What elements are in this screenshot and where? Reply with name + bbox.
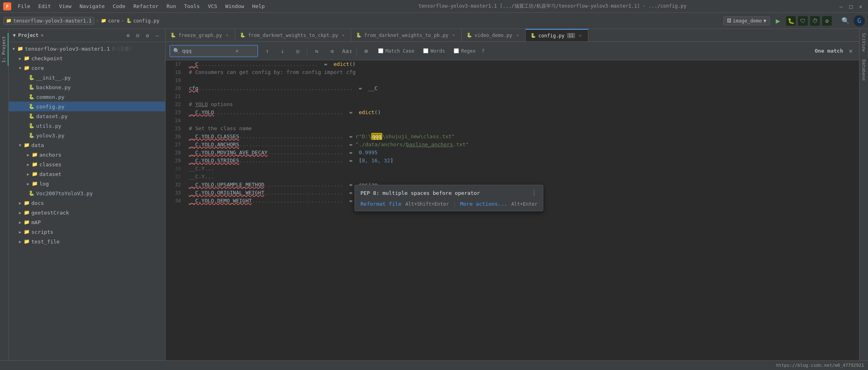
line-num-17: 17 <box>166 60 186 68</box>
search-everywhere-btn[interactable]: 🔍 <box>840 15 851 27</box>
tree-item-common[interactable]: 🐍 common.py <box>9 92 165 102</box>
tree-item-anchors[interactable]: ▶ 📁 anchors <box>9 150 165 159</box>
file-breadcrumb[interactable]: 🐍 config.py <box>126 18 160 24</box>
run-config-dropdown-icon: ▼ <box>764 18 766 24</box>
tree-root[interactable]: ▼ 📁 tensorflow-yolov3-master1.1 D:\王嘉/ <box>9 44 165 53</box>
maximize-btn[interactable]: □ <box>847 3 855 10</box>
tree-item-testfile[interactable]: ▶ 📁 test_file <box>9 237 165 246</box>
tree-item-log[interactable]: ▶ 📁 log <box>9 179 165 188</box>
debug-button[interactable]: 🐛 <box>786 16 796 26</box>
run-button[interactable]: ▶ <box>772 15 784 27</box>
map-label: mAP <box>31 219 41 225</box>
close-btn[interactable]: ✕ <box>857 3 865 10</box>
menu-tools[interactable]: Tools <box>181 2 203 10</box>
tab-close-freeze[interactable]: ✕ <box>224 33 230 38</box>
code-editor[interactable]: 17 __C..................................… <box>166 60 859 360</box>
tree-item-data[interactable]: ▼ 📁 data <box>9 140 165 150</box>
line-num-32: 32 <box>166 181 186 189</box>
tree-item-dataset[interactable]: 🐍 dataset.py <box>9 111 165 121</box>
tree-item-classes[interactable]: ▶ 📁 classes <box>9 159 165 169</box>
search-preserve-btn[interactable]: Aa↕ <box>341 45 353 57</box>
tab-close-video[interactable]: ✕ <box>515 33 520 38</box>
menu-run[interactable]: Run <box>164 2 179 10</box>
tree-item-docs[interactable]: ▶ 📁 docs <box>9 198 165 208</box>
tree-item-checkpoint[interactable]: ▶ 📁 checkpoint <box>9 53 165 63</box>
search-close-btn[interactable]: ✕ <box>846 47 855 55</box>
tab-config[interactable]: 🐍 config.py 11 ✕ <box>526 29 588 41</box>
menu-refactor[interactable]: Refactor <box>130 2 162 10</box>
tree-item-config[interactable]: 🐍 config.py <box>9 102 165 111</box>
project-panel-tab[interactable]: 1: Project <box>0 33 8 66</box>
tree-item-yolov3[interactable]: 🐍 yolov3.py <box>9 131 165 140</box>
coverage-button[interactable]: 🛡 <box>798 16 808 26</box>
tab-freeze-graph[interactable]: 🐍 freeze_graph.py ✕ <box>166 29 235 41</box>
panel-title-dropdown[interactable]: ▼ <box>41 33 44 38</box>
tree-item-init[interactable]: 🐍 __init__.py <box>9 73 165 82</box>
line-content-27: __C.YOLO.ANCHORS........................… <box>186 141 859 149</box>
search-replace-btn[interactable]: ⇆ <box>311 45 323 57</box>
menu-window[interactable]: Window <box>222 2 248 10</box>
checkpoint-folder-icon: 📁 <box>23 55 30 61</box>
tab-close-pb[interactable]: ✕ <box>451 33 457 38</box>
search-word-icon-btn[interactable]: ◎ <box>292 45 304 57</box>
menu-code[interactable]: Code <box>110 2 129 10</box>
popup-menu-btn[interactable]: ⋮ <box>531 189 537 197</box>
reformat-file-btn[interactable]: Reformat file <box>360 201 401 207</box>
menu-view[interactable]: View <box>56 2 75 10</box>
search-replace-all-btn[interactable]: ⇉ <box>326 45 338 57</box>
run-config-selector[interactable]: 🖼 image_demo ▼ <box>723 16 770 25</box>
menu-help[interactable]: Help <box>249 2 268 10</box>
tree-item-scripts[interactable]: ▶ 📁 scripts <box>9 227 165 237</box>
menu-vcs[interactable]: VCS <box>205 2 220 10</box>
search-filter-btn[interactable]: ⊞ <box>360 45 372 57</box>
locate-file-btn[interactable]: ⊕ <box>124 31 132 39</box>
right-tab-sciview[interactable]: SciView <box>860 29 868 55</box>
tab-close-config[interactable]: ✕ <box>577 33 583 39</box>
regex-option[interactable]: Regex <box>451 47 478 55</box>
settings-btn[interactable]: ⚙ <box>143 31 151 39</box>
line-num-26: 26 <box>166 133 186 141</box>
menu-edit[interactable]: Edit <box>35 2 54 10</box>
tree-item-core[interactable]: ▼ 📁 core <box>9 63 165 73</box>
tree-item-geetest[interactable]: ▶ 📁 geetestCrack <box>9 208 165 217</box>
collapse-all-btn[interactable]: ⊟ <box>134 31 142 39</box>
core-breadcrumb[interactable]: 📁 core <box>101 18 120 24</box>
match-case-checkbox[interactable] <box>378 48 383 53</box>
search-clear-btn[interactable]: ✕ <box>233 47 242 55</box>
tab-darknet-pb[interactable]: 🐍 from_darknet_weights_to_pb.py ✕ <box>351 29 462 41</box>
more-actions-btn[interactable]: More actions... <box>460 201 507 207</box>
backbone-py-icon: 🐍 <box>28 84 35 90</box>
line-num-29: 29 <box>166 157 186 165</box>
user-avatar[interactable]: G <box>854 15 865 27</box>
match-case-option[interactable]: Match Case <box>375 47 417 55</box>
search-prev-btn[interactable]: ↑ <box>261 45 273 57</box>
hide-panel-btn[interactable]: — <box>153 31 161 39</box>
tree-item-dataset-sub[interactable]: ▶ 📁 dataset <box>9 169 165 179</box>
minimize-btn[interactable]: — <box>837 3 845 10</box>
words-option[interactable]: Words <box>420 47 448 55</box>
search-next-btn[interactable]: ↓ <box>276 45 289 57</box>
tree-item-voc[interactable]: 🐍 Voc2007toYoloV3.py <box>9 188 165 198</box>
tab-icon-video: 🐍 <box>467 33 472 38</box>
project-folder-icon: 📁 <box>6 18 12 23</box>
build-button[interactable]: ⚙ <box>822 16 832 26</box>
tab-video-demo[interactable]: 🐍 video_demo.py ✕ <box>462 29 526 41</box>
line-content-28: __C.YOLO.MOVING_AVE_DECAY...............… <box>186 149 859 157</box>
regex-help-btn[interactable]: ? <box>482 48 485 54</box>
regex-checkbox[interactable] <box>454 48 459 53</box>
tab-darknet-ckpt[interactable]: 🐍 from_darknet_weights_to_ckpt.py ✕ <box>235 29 351 41</box>
menu-navigate[interactable]: Navigate <box>76 2 108 10</box>
project-indicator[interactable]: 📁 tensorflow-yolov3-master1.1 <box>3 17 94 25</box>
right-tab-database[interactable]: Database <box>860 55 868 85</box>
profile-button[interactable]: ⏱ <box>810 16 820 26</box>
words-checkbox[interactable] <box>423 48 428 53</box>
tree-item-backbone[interactable]: 🐍 backbone.py <box>9 82 165 92</box>
search-input[interactable] <box>182 48 230 54</box>
words-label: Words <box>430 48 445 54</box>
tree-item-utils[interactable]: 🐍 utils.py <box>9 121 165 131</box>
tree-item-map[interactable]: ▶ 📁 mAP <box>9 217 165 227</box>
line-num-28: 28 <box>166 149 186 157</box>
menu-file[interactable]: File <box>14 2 33 10</box>
tab-close-ckpt[interactable]: ✕ <box>340 33 346 38</box>
log-label: log <box>39 181 49 187</box>
